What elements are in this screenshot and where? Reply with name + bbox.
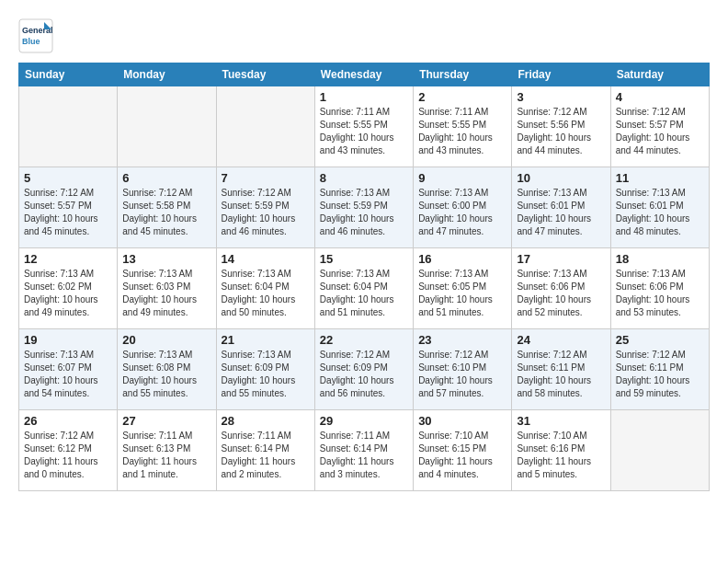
calendar-week-row: 1Sunrise: 7:11 AM Sunset: 5:55 PM Daylig…: [19, 86, 710, 167]
logo-svg: General Blue: [18, 18, 53, 53]
calendar-day: 20Sunrise: 7:13 AM Sunset: 6:08 PM Dayli…: [118, 329, 216, 410]
day-number: 27: [122, 414, 210, 428]
calendar-day: 15Sunrise: 7:13 AM Sunset: 6:04 PM Dayli…: [314, 248, 413, 329]
day-number: 7: [222, 171, 310, 185]
day-info: Sunrise: 7:13 AM Sunset: 6:05 PM Dayligh…: [418, 268, 506, 319]
calendar-header-friday: Friday: [512, 63, 610, 86]
day-number: 23: [418, 333, 506, 347]
calendar-day: 16Sunrise: 7:13 AM Sunset: 6:05 PM Dayli…: [414, 248, 512, 329]
day-number: 3: [517, 90, 605, 104]
day-info: Sunrise: 7:13 AM Sunset: 6:03 PM Dayligh…: [122, 268, 210, 319]
day-info: Sunrise: 7:13 AM Sunset: 6:04 PM Dayligh…: [320, 268, 408, 319]
day-info: Sunrise: 7:12 AM Sunset: 6:11 PM Dayligh…: [517, 349, 605, 400]
day-info: Sunrise: 7:12 AM Sunset: 5:59 PM Dayligh…: [222, 187, 310, 238]
day-info: Sunrise: 7:13 AM Sunset: 6:00 PM Dayligh…: [418, 187, 506, 238]
calendar-week-row: 19Sunrise: 7:13 AM Sunset: 6:07 PM Dayli…: [19, 329, 710, 410]
calendar-day: 19Sunrise: 7:13 AM Sunset: 6:07 PM Dayli…: [19, 329, 118, 410]
day-info: Sunrise: 7:11 AM Sunset: 6:14 PM Dayligh…: [222, 430, 310, 481]
day-number: 26: [24, 414, 112, 428]
svg-rect-0: [19, 19, 52, 52]
calendar-day: 7Sunrise: 7:12 AM Sunset: 5:59 PM Daylig…: [216, 167, 314, 248]
calendar-day: 14Sunrise: 7:13 AM Sunset: 6:04 PM Dayli…: [216, 248, 314, 329]
day-info: Sunrise: 7:10 AM Sunset: 6:16 PM Dayligh…: [517, 430, 605, 481]
calendar-day: 27Sunrise: 7:11 AM Sunset: 6:13 PM Dayli…: [118, 410, 216, 491]
calendar-header-tuesday: Tuesday: [216, 63, 314, 86]
day-number: 9: [418, 171, 506, 185]
calendar-week-row: 5Sunrise: 7:12 AM Sunset: 5:57 PM Daylig…: [19, 167, 710, 248]
calendar-day: 13Sunrise: 7:13 AM Sunset: 6:03 PM Dayli…: [118, 248, 216, 329]
day-number: 4: [616, 90, 704, 104]
day-number: 25: [616, 333, 704, 347]
calendar-day: 6Sunrise: 7:12 AM Sunset: 5:58 PM Daylig…: [118, 167, 216, 248]
calendar-header-monday: Monday: [118, 63, 216, 86]
calendar-header-sunday: Sunday: [19, 63, 118, 86]
day-number: 16: [418, 252, 506, 266]
day-info: Sunrise: 7:11 AM Sunset: 6:14 PM Dayligh…: [320, 430, 408, 481]
day-info: Sunrise: 7:13 AM Sunset: 6:01 PM Dayligh…: [616, 187, 704, 238]
calendar-header-wednesday: Wednesday: [314, 63, 413, 86]
calendar-table: SundayMondayTuesdayWednesdayThursdayFrid…: [18, 63, 710, 491]
day-info: Sunrise: 7:12 AM Sunset: 5:56 PM Dayligh…: [517, 106, 605, 157]
day-number: 28: [222, 414, 310, 428]
day-info: Sunrise: 7:13 AM Sunset: 6:04 PM Dayligh…: [222, 268, 310, 319]
calendar-day: 5Sunrise: 7:12 AM Sunset: 5:57 PM Daylig…: [19, 167, 118, 248]
day-number: 6: [122, 171, 210, 185]
day-number: 1: [320, 90, 408, 104]
day-info: Sunrise: 7:13 AM Sunset: 6:07 PM Dayligh…: [24, 349, 112, 400]
calendar-day: 26Sunrise: 7:12 AM Sunset: 6:12 PM Dayli…: [19, 410, 118, 491]
calendar-week-row: 26Sunrise: 7:12 AM Sunset: 6:12 PM Dayli…: [19, 410, 710, 491]
calendar-day: 2Sunrise: 7:11 AM Sunset: 5:55 PM Daylig…: [414, 86, 512, 167]
calendar-day: 4Sunrise: 7:12 AM Sunset: 5:57 PM Daylig…: [610, 86, 709, 167]
calendar-day: 30Sunrise: 7:10 AM Sunset: 6:15 PM Dayli…: [414, 410, 512, 491]
calendar-day: 31Sunrise: 7:10 AM Sunset: 6:16 PM Dayli…: [512, 410, 610, 491]
day-info: Sunrise: 7:13 AM Sunset: 6:06 PM Dayligh…: [517, 268, 605, 319]
day-info: Sunrise: 7:13 AM Sunset: 6:02 PM Dayligh…: [24, 268, 112, 319]
day-number: 20: [122, 333, 210, 347]
calendar-day: 17Sunrise: 7:13 AM Sunset: 6:06 PM Dayli…: [512, 248, 610, 329]
day-number: 5: [24, 171, 112, 185]
day-info: Sunrise: 7:13 AM Sunset: 6:08 PM Dayligh…: [122, 349, 210, 400]
calendar-day: 1Sunrise: 7:11 AM Sunset: 5:55 PM Daylig…: [314, 86, 413, 167]
day-number: 19: [24, 333, 112, 347]
day-info: Sunrise: 7:12 AM Sunset: 5:57 PM Dayligh…: [24, 187, 112, 238]
logo: General Blue: [18, 18, 53, 53]
calendar-header-saturday: Saturday: [610, 63, 709, 86]
day-info: Sunrise: 7:13 AM Sunset: 6:06 PM Dayligh…: [616, 268, 704, 319]
calendar-day: 18Sunrise: 7:13 AM Sunset: 6:06 PM Dayli…: [610, 248, 709, 329]
day-number: 8: [320, 171, 408, 185]
day-number: 15: [320, 252, 408, 266]
calendar-day: 25Sunrise: 7:12 AM Sunset: 6:11 PM Dayli…: [610, 329, 709, 410]
calendar-day: 29Sunrise: 7:11 AM Sunset: 6:14 PM Dayli…: [314, 410, 413, 491]
day-number: 21: [222, 333, 310, 347]
calendar-day: 9Sunrise: 7:13 AM Sunset: 6:00 PM Daylig…: [414, 167, 512, 248]
day-info: Sunrise: 7:12 AM Sunset: 5:58 PM Dayligh…: [122, 187, 210, 238]
calendar-day: 23Sunrise: 7:12 AM Sunset: 6:10 PM Dayli…: [414, 329, 512, 410]
day-info: Sunrise: 7:12 AM Sunset: 6:11 PM Dayligh…: [616, 349, 704, 400]
day-number: 13: [122, 252, 210, 266]
day-info: Sunrise: 7:13 AM Sunset: 5:59 PM Dayligh…: [320, 187, 408, 238]
day-info: Sunrise: 7:11 AM Sunset: 5:55 PM Dayligh…: [418, 106, 506, 157]
day-number: 29: [320, 414, 408, 428]
day-number: 10: [517, 171, 605, 185]
calendar-day: [118, 86, 216, 167]
day-number: 30: [418, 414, 506, 428]
calendar-day: [19, 86, 118, 167]
calendar-day: 10Sunrise: 7:13 AM Sunset: 6:01 PM Dayli…: [512, 167, 610, 248]
calendar-day: 22Sunrise: 7:12 AM Sunset: 6:09 PM Dayli…: [314, 329, 413, 410]
calendar-week-row: 12Sunrise: 7:13 AM Sunset: 6:02 PM Dayli…: [19, 248, 710, 329]
day-info: Sunrise: 7:13 AM Sunset: 6:09 PM Dayligh…: [222, 349, 310, 400]
day-number: 11: [616, 171, 704, 185]
day-number: 22: [320, 333, 408, 347]
calendar-day: [216, 86, 314, 167]
day-info: Sunrise: 7:13 AM Sunset: 6:01 PM Dayligh…: [517, 187, 605, 238]
calendar-header-row: SundayMondayTuesdayWednesdayThursdayFrid…: [19, 63, 710, 86]
calendar-day: 11Sunrise: 7:13 AM Sunset: 6:01 PM Dayli…: [610, 167, 709, 248]
day-info: Sunrise: 7:12 AM Sunset: 5:57 PM Dayligh…: [616, 106, 704, 157]
day-number: 18: [616, 252, 704, 266]
day-number: 24: [517, 333, 605, 347]
day-number: 17: [517, 252, 605, 266]
day-info: Sunrise: 7:11 AM Sunset: 6:13 PM Dayligh…: [122, 430, 210, 481]
day-number: 2: [418, 90, 506, 104]
day-number: 12: [24, 252, 112, 266]
calendar-day: 8Sunrise: 7:13 AM Sunset: 5:59 PM Daylig…: [314, 167, 413, 248]
